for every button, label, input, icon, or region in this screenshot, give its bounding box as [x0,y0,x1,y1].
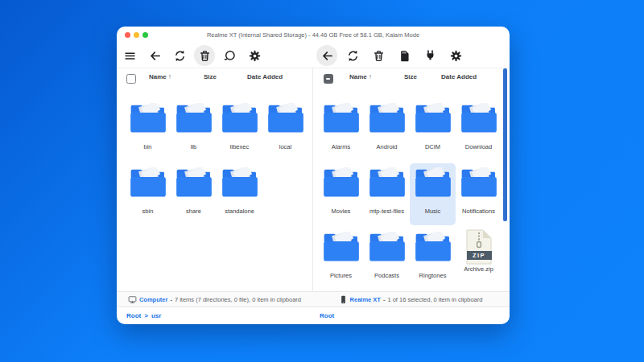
folder-item-podcasts[interactable]: Podcasts [364,228,410,290]
breadcrumb-usr[interactable]: usr [151,312,161,319]
column-header-name[interactable]: Name↑ [349,73,372,80]
left-location-link[interactable]: Computer [139,296,167,303]
file-manager-window: Realme XT (Internal Shared Storage) - 44… [117,27,510,324]
folder-item-standalone[interactable]: standalone [217,163,262,225]
folder-item-dcim[interactable]: DCIM [410,99,456,161]
back-button-right[interactable] [316,45,337,66]
window-title: Realme XT (Internal Shared Storage) - 44… [117,27,510,44]
left-breadcrumb: Root > usr [126,306,161,324]
refresh-button[interactable] [169,45,190,66]
folder-item-movies[interactable]: Movies [318,163,364,225]
column-header-size[interactable]: Size [204,73,217,80]
folder-label: Android [364,144,410,150]
close-button[interactable] [125,32,130,38]
breadcrumb-root[interactable]: Root [126,312,141,319]
folder-item-libexec[interactable]: libexec [217,99,262,161]
left-pane-toolbar [119,43,265,68]
folder-item-pictures[interactable]: Pictures [318,228,364,290]
zip-badge: ZIP [467,251,492,260]
menu-button[interactable] [119,45,140,66]
left-pane-header: Name↑ Size Date Added [117,68,312,89]
trash-icon [199,50,211,62]
folder-item-bin[interactable]: bin [125,99,171,161]
github-button[interactable] [219,45,240,66]
folder-item-lib[interactable]: lib [171,99,217,161]
folder-icon [415,167,452,198]
trash-icon [373,50,385,62]
right-pane-header: Name↑ Size Date Added [314,68,510,89]
right-pane-scrollbar[interactable] [503,68,507,221]
folder-label: mtp-test-files [364,208,410,215]
select-all-checkbox-indeterminate[interactable] [324,74,333,84]
folder-item-download[interactable]: Download [456,99,502,161]
settings-button[interactable] [244,45,265,66]
file-item-archive-zip[interactable]: ZIP Archive.zip [456,228,502,290]
folder-icon [415,232,452,262]
folder-icon [175,103,213,134]
folder-icon [130,167,167,198]
folder-icon [130,103,167,134]
folder-item-alarms[interactable]: Alarms [318,99,364,161]
status-separator: - [383,296,386,303]
settings-button-right[interactable] [445,45,466,66]
status-separator: - [170,296,172,303]
folder-icon [460,167,497,198]
connect-device-button[interactable] [419,45,440,66]
folder-icon [323,103,360,134]
folder-icon [369,103,406,134]
right-breadcrumb: Root [320,306,334,324]
folder-icon [175,167,213,198]
sd-card-icon [398,50,411,62]
folder-label: bin [125,144,171,150]
name-column-label: Name [149,73,167,80]
folder-item-ringtones[interactable]: Ringtones [410,228,456,290]
folder-label: Download [456,144,502,150]
select-all-checkbox[interactable] [126,74,136,84]
zoom-button[interactable] [142,32,148,38]
folder-item-share[interactable]: share [171,163,217,225]
refresh-button-right[interactable] [342,45,363,66]
column-header-name[interactable]: Name↑ [149,73,171,80]
folder-item-android[interactable]: Android [364,99,410,161]
column-header-size[interactable]: Size [404,73,417,80]
pane-divider [312,68,313,291]
folder-label: Music [410,208,456,215]
column-header-date-added[interactable]: Date Added [441,73,477,80]
folder-item-music-selected[interactable]: Music [410,163,456,225]
folder-icon [323,167,360,198]
column-header-date-added[interactable]: Date Added [247,73,283,80]
folder-item-sbin[interactable]: sbin [125,163,171,225]
sort-ascending-icon: ↑ [168,73,171,80]
folder-item-local[interactable]: local [262,99,308,161]
file-label: Archive.zip [456,266,502,273]
folder-icon [323,232,360,262]
storage-button[interactable] [394,45,415,66]
folder-icon [460,103,497,134]
delete-button[interactable] [194,45,215,66]
folder-label: Podcasts [364,273,410,279]
breadcrumb-root[interactable]: Root [320,312,334,319]
back-arrow-icon [321,50,333,62]
folder-icon [369,232,406,262]
folder-icon [369,167,406,198]
folder-label: Alarms [318,144,364,150]
back-button[interactable] [144,45,165,66]
minimize-button[interactable] [134,32,139,38]
folder-label: libexec [217,144,262,150]
folder-label: Notifications [456,208,502,215]
delete-button-right[interactable] [368,45,389,66]
folder-icon [221,103,258,134]
folder-icon [267,103,304,134]
status-bar: Computer - 7 items (7 directories, 0 fil… [117,291,510,307]
refresh-icon [347,50,359,62]
folder-label: local [262,144,308,150]
right-pane-status: Realme XT - 1 of 16 selected, 0 item in … [314,292,507,306]
folder-label: share [171,208,217,215]
folder-item-notifications[interactable]: Notifications [456,163,502,225]
usb-plug-icon [424,50,436,62]
right-location-link[interactable]: Realme XT [350,296,381,303]
folder-label: Ringtones [410,273,456,279]
folder-item-mtp-test-files[interactable]: mtp-test-files [364,163,410,225]
gear-icon [249,50,261,62]
title-bar[interactable]: Realme XT (Internal Shared Storage) - 44… [117,27,510,43]
